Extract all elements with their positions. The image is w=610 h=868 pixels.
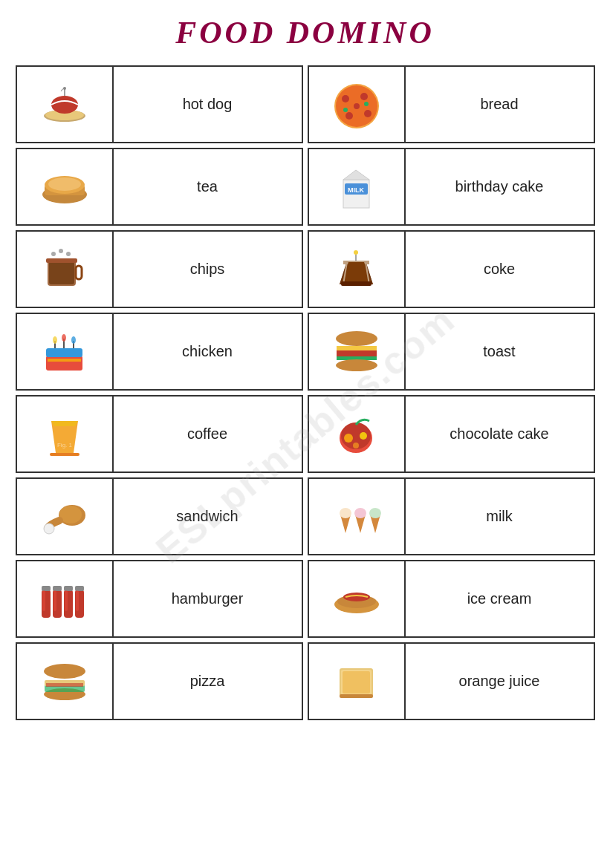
domino-card-sandwich-img: pizza — [16, 642, 303, 720]
svg-point-2 — [51, 96, 78, 114]
svg-rect-71 — [42, 590, 45, 611]
food-image-hot-dog-img — [309, 561, 406, 636]
svg-rect-37 — [46, 356, 82, 371]
food-label-cake-slice: coke — [406, 232, 594, 307]
food-image-chicken-leg — [17, 479, 114, 554]
domino-card-burger-img: toast — [308, 313, 595, 391]
food-label-juice-glass: coffee — [114, 397, 302, 471]
food-label-ice-cream-img: milk — [406, 479, 594, 554]
food-image-bread-img — [17, 149, 114, 224]
svg-point-27 — [66, 252, 71, 256]
food-label-milk-carton: birthday cake — [406, 149, 594, 224]
svg-point-62 — [44, 523, 54, 534]
food-label-hot-dog: hot dog — [114, 67, 302, 142]
svg-point-44 — [62, 334, 66, 342]
food-image-drink-mug — [17, 232, 114, 307]
svg-point-58 — [360, 432, 367, 440]
svg-point-59 — [353, 443, 359, 448]
svg-point-3 — [63, 87, 66, 90]
svg-point-6 — [342, 95, 349, 102]
svg-rect-80 — [76, 590, 79, 611]
svg-rect-48 — [337, 350, 377, 356]
food-image-burger-img — [309, 314, 406, 389]
svg-text:Fig. 1: Fig. 1 — [56, 442, 72, 448]
svg-rect-24 — [46, 258, 77, 263]
svg-point-66 — [354, 508, 366, 518]
svg-text:MILK: MILK — [348, 186, 364, 194]
svg-point-11 — [343, 108, 348, 112]
food-label-chicken-leg: sandwich — [114, 479, 302, 554]
svg-rect-73 — [53, 586, 62, 591]
svg-rect-47 — [337, 346, 377, 350]
svg-rect-79 — [75, 586, 84, 591]
domino-card-juice-glass: Fig. 1coffee — [16, 395, 303, 473]
svg-rect-34 — [341, 281, 371, 286]
svg-marker-18 — [343, 170, 369, 180]
svg-point-25 — [51, 252, 56, 256]
food-image-juice-glass: Fig. 1 — [17, 397, 114, 471]
svg-rect-22 — [49, 261, 74, 284]
svg-rect-87 — [46, 683, 83, 687]
food-image-milk-carton: MILK — [309, 149, 406, 224]
food-label-birthday-cake: chicken — [114, 314, 302, 389]
svg-point-8 — [364, 110, 371, 117]
svg-rect-70 — [42, 586, 51, 591]
svg-point-68 — [369, 508, 381, 518]
food-label-drink-mug: chips — [114, 232, 302, 307]
svg-point-10 — [354, 103, 360, 109]
svg-rect-76 — [64, 586, 73, 591]
svg-point-12 — [364, 102, 369, 106]
svg-point-50 — [336, 359, 377, 371]
domino-card-birthday-cake: chicken — [16, 313, 303, 391]
food-label-cola-bottles: hamburger — [114, 561, 302, 636]
food-image-ice-cream-img — [309, 479, 406, 554]
food-image-toast-img — [309, 644, 406, 719]
food-label-hot-dog-img: ice cream — [406, 561, 594, 636]
svg-point-45 — [71, 336, 76, 344]
food-image-fruit-img — [309, 397, 406, 471]
svg-marker-52 — [51, 421, 78, 426]
domino-card-bread-img: tea — [16, 148, 303, 226]
domino-grid: hot dogbreadteaMILKbirthday cakechipscok… — [16, 65, 595, 720]
svg-point-7 — [360, 93, 368, 100]
svg-point-64 — [340, 508, 351, 518]
food-label-burger-img: toast — [406, 314, 594, 389]
svg-point-43 — [53, 336, 57, 344]
domino-card-chicken-leg: sandwich — [16, 477, 303, 555]
svg-rect-23 — [76, 266, 82, 279]
food-label-fruit-img: chocolate cake — [406, 397, 594, 471]
svg-rect-74 — [53, 590, 56, 611]
svg-rect-39 — [48, 359, 81, 362]
svg-rect-77 — [65, 590, 68, 611]
svg-point-88 — [44, 664, 85, 679]
domino-card-cake-slice: coke — [308, 230, 595, 308]
page-title: FOOD DOMINO — [175, 15, 435, 50]
svg-rect-91 — [343, 671, 370, 694]
svg-rect-38 — [46, 348, 82, 357]
food-image-cake-slice — [309, 232, 406, 307]
domino-card-hot-dog-img: ice cream — [308, 560, 595, 638]
domino-card-pizza-img: bread — [308, 65, 595, 143]
svg-rect-92 — [340, 694, 373, 698]
food-image-hot-dog — [17, 67, 114, 142]
domino-card-toast-img: orange juice — [308, 642, 595, 720]
svg-point-9 — [345, 112, 353, 120]
svg-point-16 — [48, 177, 81, 191]
food-label-pizza-img: bread — [406, 67, 594, 142]
food-label-toast-img: orange juice — [406, 644, 594, 719]
food-image-cola-bottles — [17, 561, 114, 636]
food-image-pizza-img — [309, 67, 406, 142]
svg-rect-53 — [50, 453, 80, 456]
food-label-sandwich-img: pizza — [114, 644, 302, 719]
domino-card-fruit-img: chocolate cake — [308, 395, 595, 473]
svg-point-26 — [59, 249, 63, 253]
domino-card-cola-bottles: hamburger — [16, 560, 303, 638]
svg-point-57 — [344, 434, 353, 443]
food-image-sandwich-img — [17, 644, 114, 719]
domino-card-drink-mug: chips — [16, 230, 303, 308]
domino-card-ice-cream-img: milk — [308, 477, 595, 555]
svg-point-36 — [354, 250, 358, 255]
domino-card-hot-dog: hot dog — [16, 65, 303, 143]
food-label-bread-img: tea — [114, 149, 302, 224]
svg-point-46 — [336, 331, 377, 346]
